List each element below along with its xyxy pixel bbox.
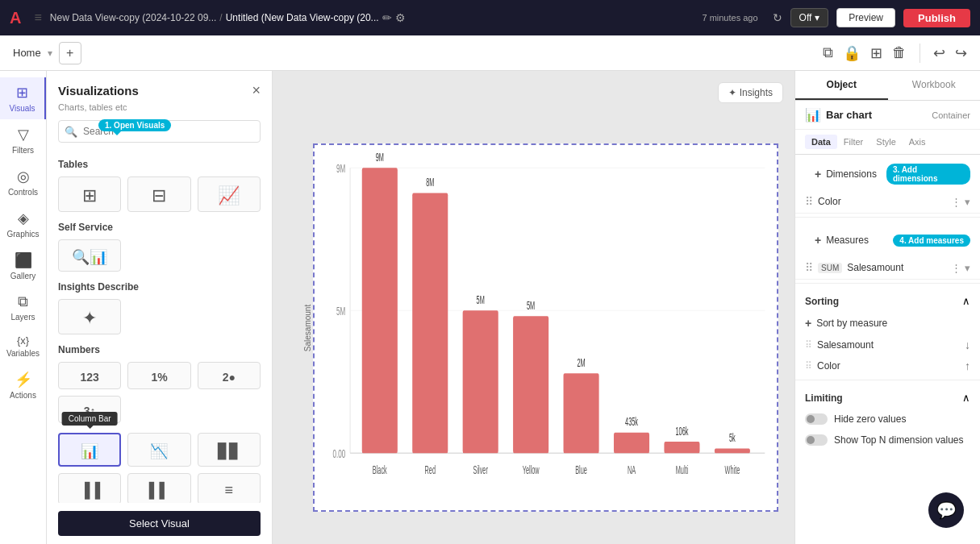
sidebar-item-label-gallery: Gallery <box>10 272 36 280</box>
add-dimension-button[interactable]: + Dimensions <box>805 163 886 185</box>
logo: A <box>10 9 21 27</box>
dimension-more-icon[interactable]: ⋮ <box>951 196 961 208</box>
measure-item-actions: ⋮ ▾ <box>951 262 970 274</box>
sidebar-item-visuals[interactable]: ⊞ Visuals <box>0 77 46 119</box>
undo-button[interactable]: ↩ <box>933 44 945 62</box>
chat-bubble[interactable]: 💬 <box>928 492 964 528</box>
hide-zero-knob <box>807 415 815 423</box>
dimensions-label: Dimensions <box>826 168 877 180</box>
add-sheet-button[interactable]: + <box>59 42 81 64</box>
hide-zero-toggle[interactable] <box>805 413 828 425</box>
home-chevron-icon: ▾ <box>48 48 52 59</box>
sub-tab-axis[interactable]: Axis <box>903 135 932 149</box>
viz-item-table1[interactable]: ⊞ <box>58 176 121 212</box>
redo-button[interactable]: ↪ <box>955 44 967 62</box>
viz-item-bar6[interactable]: ≡ <box>198 473 261 503</box>
measures-header: + Measures 4. Add measures <box>795 221 980 256</box>
viz-item-column-bar[interactable]: Column Bar 📊 <box>58 433 121 467</box>
measure-expand-icon[interactable]: ▾ <box>965 262 970 274</box>
viz-item-bar4[interactable]: ▐▐ <box>58 473 121 503</box>
measure-more-icon[interactable]: ⋮ <box>951 262 961 274</box>
sorting-collapse-icon: ∧ <box>962 295 970 307</box>
menu-icon: ≡ <box>34 10 41 25</box>
viz-item-bar5[interactable]: ▌▌ <box>127 473 190 503</box>
sidebar-item-controls[interactable]: ◎ Controls <box>0 161 46 203</box>
add-measure-button[interactable]: + Measures <box>805 229 878 251</box>
secondbar: Home ▾ + ⧉ 🔒 ⊞ 🗑 ↩ ↪ <box>0 35 980 71</box>
sidebar-item-actions[interactable]: ⚡ Actions <box>0 364 46 406</box>
self-service-grid: 🔍📊 <box>58 239 261 272</box>
preview-button[interactable]: Preview <box>836 8 895 27</box>
viz-item-insights[interactable]: ✦ <box>58 299 121 334</box>
gear-icon[interactable]: ⚙ <box>395 11 406 24</box>
sort-drag-handle-2[interactable]: ⠿ <box>805 360 812 372</box>
limiting-collapse-icon: ∧ <box>962 392 970 404</box>
sort-salesamount-label: Salesamount <box>817 339 960 351</box>
sidebar-item-layers[interactable]: ⧉ Layers <box>0 287 46 328</box>
tab-workbook[interactable]: Workbook <box>888 71 981 100</box>
sum-badge: SUM <box>818 263 842 273</box>
limiting-title: Limiting <box>805 392 843 404</box>
sort-by-measure-label: Sort by measure <box>816 318 887 329</box>
sidebar-item-graphics[interactable]: ◈ Graphics <box>0 203 46 245</box>
sidebar-item-label-layers: Layers <box>10 313 35 322</box>
dimensions-badge: 3. Add dimensions <box>886 164 970 185</box>
viz-item-bar2[interactable]: 📉 <box>127 433 190 467</box>
viz-item-table3[interactable]: 📈 <box>198 176 261 212</box>
chat-icon: 💬 <box>936 500 957 520</box>
svg-rect-13 <box>513 316 548 453</box>
lock-icon[interactable]: 🔒 <box>843 44 861 62</box>
add-dimension-icon: + <box>815 168 821 181</box>
dimension-expand-icon[interactable]: ▾ <box>965 196 970 208</box>
insights-button[interactable]: ✦ Insights <box>718 82 783 103</box>
off-toggle[interactable]: Off ▾ <box>790 8 829 27</box>
svg-rect-11 <box>463 310 498 453</box>
sort-drag-handle-1[interactable]: ⠿ <box>805 339 812 351</box>
viz-item-num1[interactable]: 123 <box>58 362 121 389</box>
viz-item-num2[interactable]: 1% <box>127 362 190 389</box>
sub-tab-filter[interactable]: Filter <box>837 135 869 149</box>
grid-icon[interactable]: ⊞ <box>870 44 882 62</box>
sub-tab-data[interactable]: Data <box>805 135 837 149</box>
dimension-color-label: Color <box>818 196 946 207</box>
layers-icon[interactable]: ⧉ <box>823 44 833 61</box>
show-top-n-toggle[interactable] <box>805 434 828 446</box>
sorting-title: Sorting <box>805 296 839 307</box>
refresh-icon[interactable]: ↻ <box>773 11 782 24</box>
dimensions-header: + Dimensions 3. Add dimensions <box>795 155 980 190</box>
sort-salesamount-item: ⠿ Salesamount ↓ <box>795 334 980 355</box>
viz-item-bar3[interactable]: ▊▊ <box>198 433 261 467</box>
sort-direction-up-icon[interactable]: ↑ <box>965 359 970 372</box>
sidebar-item-label-controls: Controls <box>8 188 38 197</box>
chart-type-icon: 📊 <box>805 107 821 123</box>
sort-by-measure-button[interactable]: + Sort by measure <box>795 312 980 334</box>
trash-icon[interactable]: 🗑 <box>892 44 907 61</box>
publish-button[interactable]: Publish <box>903 9 970 27</box>
sub-tab-style[interactable]: Style <box>869 135 902 149</box>
sidebar-item-gallery[interactable]: ⬛ Gallery <box>0 245 46 287</box>
limiting-section-header[interactable]: Limiting ∧ <box>795 384 980 409</box>
home-label[interactable]: Home <box>13 47 41 59</box>
viz-item-selfservice[interactable]: 🔍📊 <box>58 239 121 272</box>
viz-item-num3[interactable]: 2● <box>198 362 261 389</box>
sidebar-item-filters[interactable]: ▽ Filters <box>0 119 46 161</box>
sidebar-item-label-graphics: Graphics <box>6 230 39 239</box>
tab-object[interactable]: Object <box>795 71 888 100</box>
chart-type-label: Bar chart <box>826 109 927 121</box>
svg-rect-21 <box>715 449 750 454</box>
show-top-n-knob <box>807 436 815 444</box>
viz-item-table2[interactable]: ⊟ <box>127 176 190 212</box>
select-visual-button[interactable]: Select Visual <box>58 511 261 536</box>
sort-color-item: ⠿ Color ↑ <box>795 355 980 376</box>
container-tab-option[interactable]: Container <box>932 110 970 120</box>
pencil-icon[interactable]: ✏ <box>382 11 392 24</box>
sorting-section-header[interactable]: Sorting ∧ <box>795 287 980 312</box>
canvas-area: ✦ Insights Salesamount 9M 5M 0.00 9M <box>273 71 794 544</box>
viz-panel-header: Visualizations × <box>47 71 272 102</box>
viz-close-button[interactable]: × <box>252 82 261 99</box>
measure-drag-handle[interactable]: ⠿ <box>805 261 813 274</box>
dimension-drag-handle[interactable]: ⠿ <box>805 195 813 208</box>
sort-direction-down-icon[interactable]: ↓ <box>965 338 970 351</box>
sidebar-item-variables[interactable]: {x} Variables <box>0 328 46 364</box>
viz-panel: 1. Open Visuals Visualizations × Charts,… <box>47 71 273 544</box>
